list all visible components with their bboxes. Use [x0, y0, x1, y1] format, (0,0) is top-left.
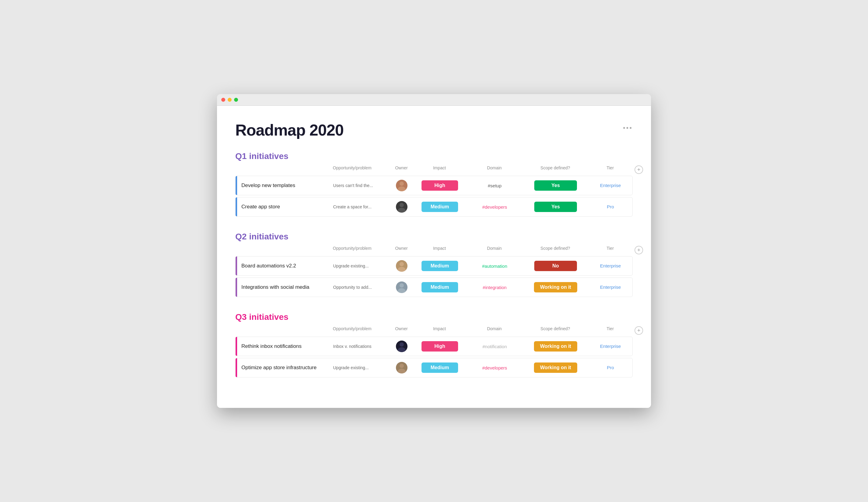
- owner-cell: [388, 180, 415, 191]
- section-title-q3: Q3 initiatives: [235, 312, 633, 322]
- col-scope: Scope defined?: [525, 246, 586, 254]
- domain-cell: #developers: [464, 365, 525, 370]
- scope-badge: No: [534, 261, 577, 271]
- col-headers-q2: Opportunity/problem Owner Impact Domain …: [235, 244, 633, 256]
- scope-badge: Working on it: [534, 363, 577, 373]
- scope-cell: Working on it: [525, 282, 586, 292]
- col-impact: Impact: [415, 165, 464, 174]
- row-name-cell: Optimize app store infrastructure: [236, 358, 333, 377]
- table-row: Create app store Create a space for... M…: [235, 197, 633, 217]
- table-row: Board automations v2.2 Upgrade existing.…: [235, 256, 633, 276]
- tier-link[interactable]: Pro: [607, 365, 614, 370]
- impact-badge: Medium: [422, 261, 458, 271]
- tier-link[interactable]: Enterprise: [600, 263, 621, 268]
- col-opportunity: Opportunity/problem: [333, 165, 388, 174]
- table-q2: Opportunity/problem Owner Impact Domain …: [235, 244, 633, 297]
- impact-cell: Medium: [415, 261, 464, 271]
- row-border-indicator: [236, 278, 237, 297]
- impact-badge: Medium: [422, 363, 458, 373]
- main-content: Roadmap 2020 ••• Q1 initiatives Opportun…: [217, 106, 651, 408]
- col-initiative: [235, 165, 333, 174]
- close-button[interactable]: [221, 98, 225, 102]
- add-row-button-q1[interactable]: +: [634, 165, 643, 174]
- scope-cell: Yes: [525, 180, 586, 191]
- minimize-button[interactable]: [228, 98, 231, 102]
- avatar: [396, 281, 407, 293]
- row-border-indicator: [236, 257, 237, 275]
- owner-cell: [388, 260, 415, 272]
- page-title: Roadmap 2020: [235, 121, 343, 139]
- tier-cell[interactable]: Pro: [586, 365, 635, 370]
- more-options-button[interactable]: •••: [623, 124, 633, 132]
- impact-badge: High: [422, 180, 458, 191]
- impact-badge: Medium: [422, 282, 458, 292]
- maximize-button[interactable]: [234, 98, 238, 102]
- col-impact: Impact: [415, 246, 464, 254]
- row-border-indicator: [236, 176, 237, 195]
- avatar: [396, 201, 407, 213]
- col-add[interactable]: +: [634, 165, 647, 174]
- row-name-cell: Rethink inbox notifications: [236, 337, 333, 356]
- col-owner: Owner: [388, 165, 415, 174]
- owner-cell: [388, 341, 415, 352]
- scope-badge: Working on it: [534, 341, 577, 352]
- col-opportunity: Opportunity/problem: [333, 246, 388, 254]
- page-header: Roadmap 2020 •••: [235, 121, 633, 139]
- row-opportunity: Upgrade existing...: [333, 263, 388, 268]
- row-name-cell: Develop new templates: [236, 176, 333, 195]
- scope-cell: Yes: [525, 202, 586, 212]
- row-opportunity: Opportunity to add...: [333, 285, 388, 290]
- titlebar: [217, 94, 651, 106]
- tier-cell[interactable]: Enterprise: [586, 344, 635, 349]
- col-add[interactable]: +: [634, 326, 647, 335]
- row-border-indicator: [236, 197, 237, 216]
- tier-cell[interactable]: Enterprise: [586, 183, 635, 188]
- col-impact: Impact: [415, 326, 464, 335]
- tier-link[interactable]: Enterprise: [600, 344, 621, 349]
- row-initiative-name: Develop new templates: [241, 182, 295, 189]
- scope-badge: Yes: [534, 202, 577, 212]
- tier-cell[interactable]: Enterprise: [586, 263, 635, 269]
- col-initiative: [235, 326, 333, 335]
- col-domain: Domain: [464, 246, 525, 254]
- domain-cell: #automation: [464, 263, 525, 269]
- table-row: Integrations with social media Opportuni…: [235, 278, 633, 297]
- col-headers-q1: Opportunity/problem Owner Impact Domain …: [235, 164, 633, 176]
- tier-link[interactable]: Enterprise: [600, 284, 621, 290]
- domain-cell: #integration: [464, 285, 525, 290]
- row-name-cell: Integrations with social media: [236, 278, 333, 297]
- avatar: [396, 341, 407, 352]
- row-opportunity: Upgrade existing...: [333, 365, 388, 370]
- tier-cell[interactable]: Pro: [586, 204, 635, 210]
- row-name-cell: Create app store: [236, 197, 333, 216]
- section-title-q1: Q1 initiatives: [235, 151, 633, 161]
- impact-cell: Medium: [415, 202, 464, 212]
- row-opportunity: Users can't find the...: [333, 183, 388, 188]
- impact-cell: Medium: [415, 282, 464, 292]
- scope-cell: No: [525, 261, 586, 271]
- traffic-lights: [221, 98, 238, 102]
- add-row-button-q2[interactable]: +: [634, 246, 643, 254]
- tier-link[interactable]: Pro: [607, 204, 614, 209]
- row-initiative-name: Rethink inbox notifications: [241, 343, 302, 349]
- sections-container: Q1 initiatives Opportunity/problem Owner…: [235, 151, 633, 377]
- section-header-q2: Q2 initiatives: [235, 232, 633, 242]
- section-header-q3: Q3 initiatives: [235, 312, 633, 322]
- section-title-q2: Q2 initiatives: [235, 232, 633, 242]
- row-border-indicator: [236, 358, 237, 377]
- owner-cell: [388, 281, 415, 293]
- add-row-button-q3[interactable]: +: [634, 326, 643, 335]
- avatar: [396, 260, 407, 272]
- row-border-indicator: [236, 337, 237, 356]
- table-q3: Opportunity/problem Owner Impact Domain …: [235, 324, 633, 377]
- impact-cell: Medium: [415, 363, 464, 373]
- tier-cell[interactable]: Enterprise: [586, 284, 635, 290]
- table-row: Develop new templates Users can't find t…: [235, 176, 633, 195]
- col-add[interactable]: +: [634, 246, 647, 254]
- impact-cell: High: [415, 341, 464, 352]
- scope-badge: Yes: [534, 180, 577, 191]
- col-scope: Scope defined?: [525, 326, 586, 335]
- tier-link[interactable]: Enterprise: [600, 183, 621, 188]
- col-opportunity: Opportunity/problem: [333, 326, 388, 335]
- impact-badge: High: [422, 341, 458, 352]
